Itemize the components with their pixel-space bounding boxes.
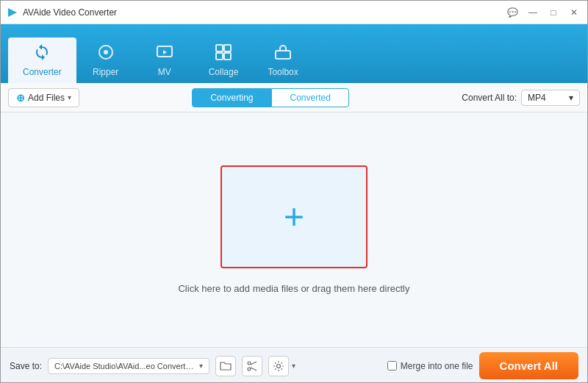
nav-item-converter[interactable]: Converter	[8, 37, 76, 83]
format-dropdown-icon: ▾	[569, 93, 573, 103]
footer: Save to: C:\AVAide Studio\AVAid...eo Con…	[1, 347, 587, 383]
svg-line-11	[251, 362, 257, 365]
nav-label-collage: Collage	[209, 67, 239, 77]
svg-point-13	[277, 364, 281, 368]
folder-browse-button[interactable]	[215, 356, 236, 376]
settings-icon	[273, 360, 284, 372]
add-files-dropdown-icon: ▾	[68, 93, 71, 101]
nav-item-collage[interactable]: Collage	[194, 37, 254, 83]
merge-checkbox-label[interactable]: Merge into one file	[387, 361, 473, 371]
selected-format: MP4	[528, 93, 546, 103]
merge-checkbox[interactable]	[387, 361, 397, 371]
settings-dropdown-icon: ▾	[292, 362, 295, 370]
drop-hint-text: Click here to add media files or drag th…	[178, 283, 409, 294]
add-files-label: Add Files	[28, 93, 65, 103]
settings-button[interactable]	[268, 356, 289, 376]
nav-label-mv: MV	[158, 67, 171, 77]
converter-icon	[33, 43, 51, 64]
svg-rect-7	[224, 53, 231, 60]
toolbox-icon	[274, 43, 292, 64]
convert-all-to-section: Convert All to: MP4 ▾	[462, 90, 580, 106]
nav-label-converter: Converter	[23, 67, 62, 77]
minimize-button[interactable]: —	[526, 5, 540, 20]
svg-point-2	[104, 50, 108, 54]
collage-icon	[215, 43, 232, 64]
maximize-button[interactable]: □	[546, 5, 561, 20]
tab-group: Converting Converted	[87, 88, 454, 107]
app-title: AVAide Video Converter	[23, 7, 117, 18]
toolbar: ⊕ Add Files ▾ Converting Converted Conve…	[1, 83, 587, 112]
save-path-dropdown-icon: ▾	[199, 362, 203, 370]
nav-label-toolbox: Toolbox	[268, 67, 298, 77]
svg-point-10	[248, 368, 251, 371]
app-logo-icon	[7, 7, 18, 18]
main-content: + Click here to add media files or drag …	[1, 112, 587, 347]
window-controls: 💬 — □ ✕	[505, 5, 581, 20]
svg-rect-5	[224, 45, 231, 51]
close-button[interactable]: ✕	[567, 5, 581, 20]
save-path-display[interactable]: C:\AVAide Studio\AVAid...eo Converter\Co…	[48, 358, 209, 374]
message-button[interactable]: 💬	[505, 5, 520, 20]
cut-button[interactable]	[242, 356, 262, 376]
save-path-text: C:\AVAide Studio\AVAid...eo Converter\Co…	[54, 362, 195, 371]
folder-icon	[220, 361, 232, 371]
tab-converted[interactable]: Converted	[271, 88, 348, 107]
format-select[interactable]: MP4 ▾	[521, 90, 580, 106]
nav-item-mv[interactable]: MV	[135, 37, 194, 83]
svg-rect-4	[216, 45, 223, 51]
title-bar: AVAide Video Converter 💬 — □ ✕	[1, 1, 587, 24]
drop-zone[interactable]: +	[220, 165, 368, 268]
nav-item-toolbox[interactable]: Toolbox	[253, 37, 312, 83]
tab-converting[interactable]: Converting	[192, 88, 271, 107]
merge-label-text: Merge into one file	[401, 361, 473, 371]
add-files-button[interactable]: ⊕ Add Files ▾	[8, 88, 79, 107]
convert-all-to-label: Convert All to:	[462, 93, 517, 103]
drop-zone-plus-icon: +	[284, 199, 304, 235]
nav-item-ripper[interactable]: Ripper	[76, 37, 135, 83]
add-plus-icon: ⊕	[16, 92, 25, 104]
svg-point-9	[248, 362, 251, 365]
scissors-icon	[247, 361, 257, 371]
svg-marker-0	[8, 8, 17, 17]
svg-rect-8	[276, 51, 290, 59]
mv-icon	[156, 43, 173, 64]
nav-bar: Converter Ripper MV	[1, 24, 587, 83]
svg-line-12	[251, 368, 257, 371]
convert-all-button[interactable]: Convert All	[479, 352, 578, 379]
svg-rect-6	[216, 53, 223, 60]
nav-label-ripper: Ripper	[93, 67, 118, 77]
title-bar-left: AVAide Video Converter	[7, 7, 117, 18]
save-to-label: Save to:	[10, 361, 42, 371]
ripper-icon	[97, 43, 115, 64]
